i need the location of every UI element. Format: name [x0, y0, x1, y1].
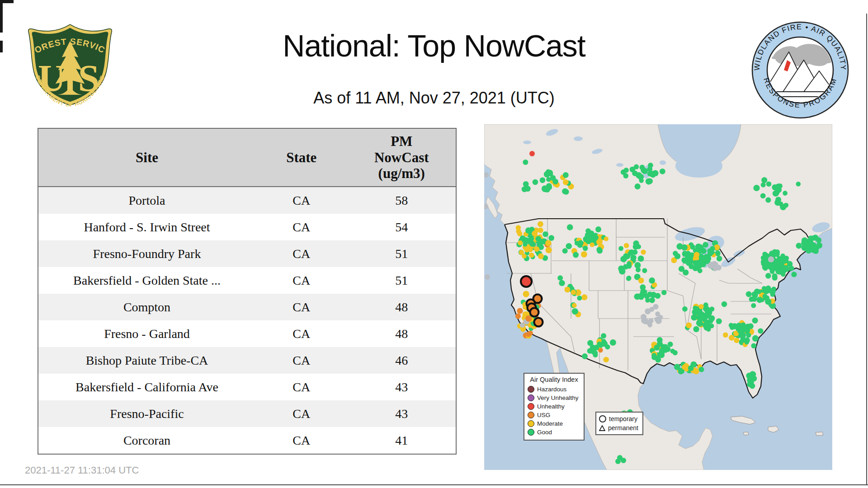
monitor-dot-green — [646, 178, 652, 185]
monitor-dot-green — [753, 185, 760, 191]
monitor-dot-orange — [515, 314, 521, 319]
monitor-dot-green — [760, 193, 766, 198]
aqi-legend-label: Unhealthy — [537, 403, 565, 410]
monitor-dot-green — [764, 257, 769, 262]
cell-value: 48 — [348, 320, 457, 347]
monitor-dot-green — [752, 318, 758, 324]
top-site-marker[interactable] — [530, 308, 539, 317]
temporary-marker-icon — [599, 415, 606, 422]
header-pm-nowcast: PM NowCast (ug/m3) — [348, 128, 457, 187]
cell-state: CA — [255, 214, 348, 240]
table-row: PortolaCA58 — [38, 187, 456, 214]
monitor-dot-green — [523, 242, 527, 246]
cell-value: 58 — [348, 187, 457, 214]
table-row: Bakersfield - California AveCA43 — [38, 374, 456, 400]
monitor-dot-red — [529, 151, 535, 156]
monitor-dot-green — [706, 313, 711, 318]
monitor-dot-green — [575, 241, 579, 245]
monitor-dot-green — [770, 292, 775, 297]
monitor-dot-green — [781, 272, 786, 277]
aqi-legend-item: Moderate — [528, 419, 580, 428]
monitor-dot-green — [615, 459, 621, 464]
monitor-dot-green — [557, 275, 563, 281]
monitor-dot-green — [696, 260, 701, 265]
monitor-dot-gray — [713, 262, 718, 267]
frame-right — [866, 14, 867, 485]
monitor-dot-green — [627, 276, 632, 281]
monitor-dot-green — [813, 249, 819, 254]
monitor-dot-green — [563, 172, 569, 178]
monitor-dot-green — [610, 339, 616, 346]
monitor-dot-green — [673, 251, 678, 256]
monitor-dot-green — [765, 273, 771, 279]
monitor-dot-green — [705, 256, 711, 262]
monitor-dot-green — [647, 166, 652, 172]
cell-site: Bakersfield - California Ave — [38, 374, 255, 400]
monitor-dot-yellow — [686, 322, 692, 328]
aqi-color-dot — [528, 429, 534, 436]
monitor-dot-green — [544, 187, 550, 192]
monitor-dot-green — [668, 342, 673, 347]
marker-type-legend: temporary permanent — [595, 412, 643, 435]
monitor-dot-yellow — [571, 290, 576, 295]
top-site-marker[interactable] — [534, 318, 543, 327]
cell-site: Hanford - S. Irwin Street — [38, 214, 255, 240]
monitor-dot-green — [533, 179, 538, 185]
monitor-dot-green — [769, 250, 775, 257]
cell-state: CA — [255, 347, 348, 374]
monitor-dot-green — [659, 352, 665, 358]
monitor-dot-green — [638, 256, 644, 262]
monitor-dot-yellow — [565, 287, 571, 293]
aqi-legend-item: Hazardous — [528, 385, 580, 394]
monitor-dot-green — [548, 235, 554, 241]
monitor-dot-green — [618, 246, 623, 251]
monitor-dot-green — [775, 183, 782, 190]
monitor-dot-yellow — [624, 243, 629, 248]
monitor-dot-green — [761, 183, 766, 188]
monitor-dot-green — [769, 263, 774, 269]
table-row: Fresno-Foundry ParkCA51 — [38, 240, 456, 267]
aqi-legend-label: Hazardous — [537, 386, 566, 393]
monitor-dot-green — [594, 235, 599, 240]
top-site-marker[interactable] — [521, 276, 532, 287]
monitor-dot-yellow — [563, 179, 569, 185]
monitor-dot-gray — [643, 319, 649, 324]
frame-bottom — [0, 484, 868, 485]
monitor-dot-yellow — [581, 251, 587, 258]
monitor-dot-yellow — [638, 277, 644, 283]
cell-value: 41 — [348, 427, 457, 454]
monitor-dot-green — [808, 243, 814, 249]
monitor-dot-green — [676, 243, 683, 249]
aqi-legend-label: Moderate — [537, 420, 563, 427]
monitor-dot-green — [746, 291, 752, 297]
monitor-dot-green — [690, 244, 695, 249]
cell-state: CA — [255, 427, 348, 454]
monitor-dot-green — [657, 341, 663, 347]
permanent-label: permanent — [608, 424, 638, 432]
table-header-row: Site State PM NowCast (ug/m3) — [38, 128, 456, 187]
cell-value: 46 — [348, 347, 457, 374]
monitor-dot-green — [679, 266, 684, 272]
monitor-dot-gray — [658, 315, 663, 320]
cell-site: Fresno-Foundry Park — [38, 240, 255, 267]
cell-value: 51 — [348, 267, 457, 294]
monitor-dot-green — [550, 175, 556, 181]
top-nowcast-table: Site State PM NowCast (ug/m3) PortolaCA5… — [38, 128, 457, 455]
monitor-dot-green — [630, 167, 636, 173]
cell-value: 51 — [348, 240, 457, 267]
monitor-dot-green — [697, 321, 703, 327]
monitor-dot-gray — [485, 274, 490, 280]
monitor-dot-green — [706, 323, 712, 328]
monitor-dot-green — [770, 269, 775, 274]
monitor-dot-green — [583, 246, 588, 251]
page-subtitle: As of 11 AM, Nov 27, 2021 (UTC) — [0, 89, 868, 108]
monitor-dot-gray — [648, 319, 653, 324]
monitor-dot-green — [559, 280, 565, 286]
monitor-dot-green — [682, 306, 688, 312]
monitor-dot-green — [634, 243, 639, 249]
air-quality-map[interactable]: Air Quality Index HazardousVery Unhealth… — [484, 124, 832, 470]
monitor-dot-green — [597, 248, 603, 253]
cell-state: CA — [255, 267, 348, 294]
monitor-dot-green — [602, 341, 608, 347]
monitor-dot-green — [687, 253, 693, 259]
